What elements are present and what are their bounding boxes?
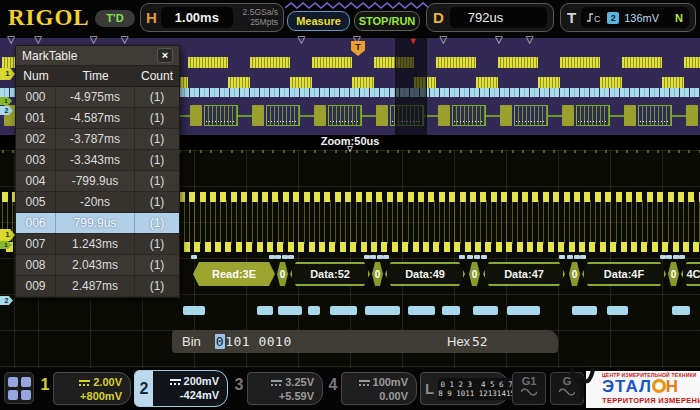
- mark-table-row[interactable]: 005-20ns(1): [16, 192, 179, 213]
- mark-table-row[interactable]: 004-799.9us(1): [16, 171, 179, 192]
- ch2-data-pulse: [330, 306, 357, 315]
- ch4-number: 4: [326, 376, 340, 394]
- ch1-burst-high: [684, 57, 700, 68]
- decode-frame-separator[interactable]: 0: [569, 262, 580, 286]
- mark-table-row[interactable]: 003-3.343ms(1): [16, 150, 179, 171]
- horizontal-timebase-button[interactable]: H 1.00ms 2.5GSa/s25Mpts: [140, 3, 284, 32]
- ch2-tick: [459, 255, 465, 259]
- decode-frame-read[interactable]: Read:3E: [193, 262, 275, 286]
- mark-table-cell: (1): [135, 87, 179, 108]
- close-icon[interactable]: ×: [157, 48, 173, 63]
- dc-coupling-icon: [271, 380, 282, 386]
- stop-run-button[interactable]: STOP/RUN: [354, 11, 420, 31]
- ch1-status-button[interactable]: 2.00V +800mV: [53, 372, 131, 405]
- bus-frame-burst: [638, 105, 672, 126]
- bus-idle-line: [610, 115, 624, 117]
- h-label: H: [146, 9, 157, 26]
- mark-table-cell: 009: [16, 276, 56, 297]
- decode-frame-data[interactable]: Data:47: [483, 262, 565, 286]
- mark-table-header: NumTimeCount: [16, 66, 179, 87]
- decode-frame-separator[interactable]: 0: [277, 262, 288, 286]
- mark-table-cell: 003: [16, 150, 56, 171]
- ch2-tick: [191, 255, 197, 259]
- ch2-data-pulse: [308, 306, 320, 315]
- ch2-status-button[interactable]: 2 200mV -424mV: [134, 370, 228, 407]
- decode-frame-data[interactable]: Data:4F: [582, 262, 666, 286]
- grid-squares-icon[interactable]: [4, 372, 34, 404]
- trigger-sweep-mode: N: [675, 12, 683, 24]
- acquisition-info: 2.5GSa/s25Mpts: [237, 8, 278, 28]
- decode-frame-data[interactable]: 4C: [681, 262, 700, 286]
- zoom-window-region[interactable]: [395, 38, 427, 135]
- selected-mark-icon[interactable]: ▼: [409, 35, 418, 47]
- ch1-burst-low: [538, 77, 560, 88]
- mark-table-cell: (1): [135, 192, 179, 213]
- bus-frame-burst: [204, 105, 238, 126]
- ch2-data-pulse: [572, 306, 597, 315]
- decode-frame-data[interactable]: Data:52: [290, 262, 370, 286]
- ch2-data-pulse: [442, 306, 460, 315]
- delay-button[interactable]: D 792us: [426, 3, 554, 32]
- mark-table-body: 000-4.975ms(1)001-4.587ms(1)002-3.787ms(…: [16, 87, 179, 297]
- record-wave-icon: [285, 1, 433, 10]
- trigger-menu-button[interactable]: T C 2 136mV N: [560, 3, 696, 32]
- decode-frame-separator[interactable]: 0: [469, 262, 480, 286]
- bin-cursor[interactable]: 0: [215, 334, 225, 349]
- bin-label: Bin: [182, 334, 201, 349]
- decode-frame-separator[interactable]: 0: [372, 262, 383, 286]
- mark-table-cell: (1): [135, 213, 179, 234]
- mark-table-cell: 006: [16, 213, 56, 234]
- watermark-bottom-text: ТЕРРИТОРИЯ ИЗМЕРЕНИЙ: [602, 396, 698, 405]
- mark-table-row[interactable]: 006799.9us(1): [16, 213, 179, 234]
- ch4-status-button[interactable]: 100mV 0.00V: [341, 372, 417, 405]
- ch2-tick: [275, 255, 281, 259]
- dc-coupling-icon: [79, 380, 90, 386]
- mark-table-cell: (1): [135, 234, 179, 255]
- ch2-data-pulse: [257, 306, 273, 315]
- bus-idle-line: [362, 115, 376, 117]
- bus-idle-line: [486, 115, 500, 117]
- mark-table-cell: (1): [135, 255, 179, 276]
- watermark-box: ЦЕНТР ИЗМЕРИТЕЛЬНОЙ ТЕХНИКИ ЭТАЛН ТЕРРИТ…: [586, 371, 700, 408]
- mark-table-row[interactable]: 0092.487ms(1): [16, 276, 179, 297]
- ch1-burst-high: [498, 57, 538, 68]
- mark-table-cell: 799.9us: [56, 213, 135, 234]
- tuning-fork-logo-icon: [568, 368, 598, 404]
- measure-button[interactable]: Measure: [287, 11, 350, 31]
- ch2-tick: [666, 255, 672, 259]
- mark-table-cell: 000: [16, 87, 56, 108]
- mark-table-cell: 2.043ms: [56, 255, 135, 276]
- bus-frame-burst: [576, 105, 610, 126]
- mark-table-row[interactable]: 0082.043ms(1): [16, 255, 179, 276]
- mark-table-row[interactable]: 0071.243ms(1): [16, 234, 179, 255]
- mark-table-title: MarkTable: [22, 49, 77, 63]
- mark-table-dialog: MarkTable × NumTimeCount 000-4.975ms(1)0…: [15, 45, 180, 298]
- generator1-button[interactable]: G1: [512, 372, 546, 405]
- ch2-data-pulse: [278, 306, 302, 315]
- mark-table-row[interactable]: 001-4.587ms(1): [16, 108, 179, 129]
- bus-frame-lead: [314, 105, 326, 126]
- trigger-info: C 2 136mV N: [581, 7, 689, 28]
- mark-table-cell: -4.975ms: [56, 87, 135, 108]
- ch2-tick: [481, 255, 487, 259]
- decode-frame-data[interactable]: Data:49: [385, 262, 465, 286]
- ch2-data-pulse: [607, 306, 628, 315]
- mark-table-row[interactable]: 000-4.975ms(1): [16, 87, 179, 108]
- decode-frame-separator[interactable]: 0: [668, 262, 679, 286]
- logic-analyzer-button[interactable]: L 0 1 2 3 4 5 6 78 9 1011 12131415: [420, 372, 508, 405]
- ch3-status-button[interactable]: 3.25V +5.59V: [247, 372, 323, 405]
- mark-table-cell: 008: [16, 255, 56, 276]
- dc-coupling-icon: [170, 379, 181, 385]
- bus-frame-lead: [500, 105, 512, 126]
- mark-table-cell: (1): [135, 108, 179, 129]
- la-channel-numbers: 0 1 2 3 4 5 6 78 9 1011 12131415: [438, 378, 515, 400]
- ch1-burst-low: [228, 77, 250, 88]
- mark-table-cell: (1): [135, 276, 179, 297]
- decode-value-readout[interactable]: Bin 0101 0010 Hex 52: [172, 330, 558, 353]
- mark-table-row[interactable]: 002-3.787ms(1): [16, 129, 179, 150]
- mark-table-cell: 2.487ms: [56, 276, 135, 297]
- bus-frame-lead: [438, 105, 450, 126]
- mark-table-cell: (1): [135, 171, 179, 192]
- ch2-tick: [383, 255, 389, 259]
- trigger-position-icon[interactable]: T: [351, 41, 365, 56]
